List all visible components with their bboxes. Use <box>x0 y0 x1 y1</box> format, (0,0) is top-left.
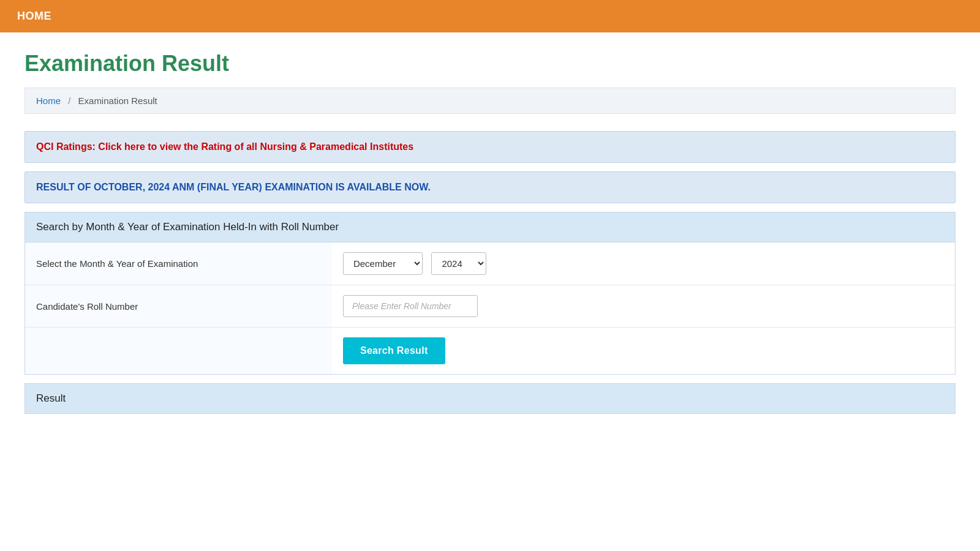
result-section: Result <box>24 383 956 414</box>
month-year-row: Select the Month & Year of Examination J… <box>25 242 955 285</box>
home-nav-link[interactable]: HOME <box>17 10 51 23</box>
page-title: Examination Result <box>24 51 956 77</box>
roll-number-label: Candidate's Roll Number <box>25 285 332 328</box>
search-button-row: Search Result <box>25 328 955 375</box>
breadcrumb-separator: / <box>68 96 70 106</box>
breadcrumb-current: Examination Result <box>78 96 157 106</box>
roll-number-input[interactable] <box>343 295 478 317</box>
navbar: HOME <box>0 0 980 32</box>
breadcrumb: Home / Examination Result <box>24 88 956 114</box>
search-result-button[interactable]: Search Result <box>343 337 445 364</box>
announcement-box-1: QCI Ratings: Click here to view the Rati… <box>24 131 956 163</box>
search-table: Select the Month & Year of Examination J… <box>25 242 955 374</box>
search-button-label-cell <box>25 328 332 375</box>
month-year-inputs: JanuaryFebruaryMarchAprilMayJuneJulyAugu… <box>332 242 955 285</box>
roll-number-input-cell <box>332 285 955 328</box>
year-select[interactable]: 202020212022202320242025 <box>431 252 486 275</box>
announcement-box-2: RESULT OF OCTOBER, 2024 ANM (FINAL YEAR)… <box>24 171 956 203</box>
month-select[interactable]: JanuaryFebruaryMarchAprilMayJuneJulyAugu… <box>343 252 423 275</box>
breadcrumb-home-link[interactable]: Home <box>36 96 61 106</box>
month-year-label: Select the Month & Year of Examination <box>25 242 332 285</box>
roll-number-row: Candidate's Roll Number <box>25 285 955 328</box>
search-section: Search by Month & Year of Examination He… <box>24 212 956 375</box>
main-content: Examination Result Home / Examination Re… <box>0 32 980 432</box>
search-section-header: Search by Month & Year of Examination He… <box>25 212 955 242</box>
qci-ratings-link[interactable]: QCI Ratings: Click here to view the Rati… <box>36 141 413 152</box>
search-button-cell: Search Result <box>332 328 955 375</box>
result-section-header: Result <box>25 384 955 413</box>
anm-result-link[interactable]: RESULT OF OCTOBER, 2024 ANM (FINAL YEAR)… <box>36 182 431 192</box>
